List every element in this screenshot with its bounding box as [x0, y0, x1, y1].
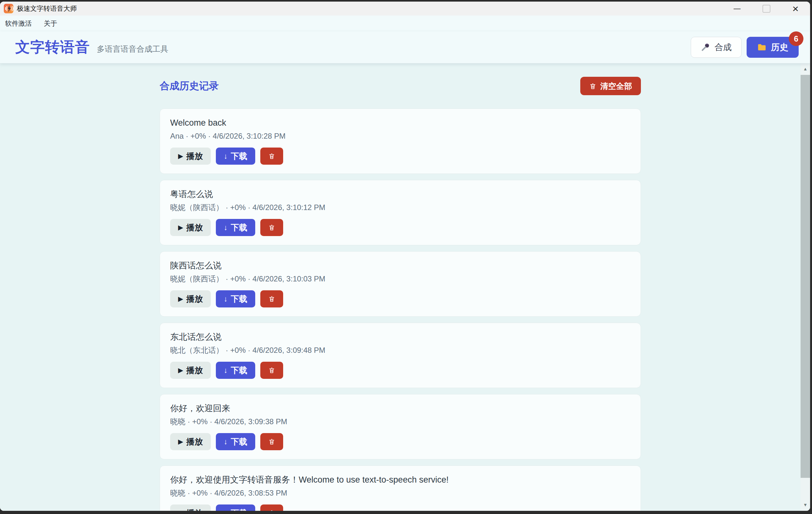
- vertical-scrollbar[interactable]: ▲ ▼: [801, 63, 810, 511]
- download-icon: ↓: [224, 152, 228, 160]
- trash-icon: [268, 509, 275, 511]
- app-header: 文字转语音 多语言语音合成工具 合成 历史 6: [0, 31, 810, 63]
- scroll-up-arrow-icon[interactable]: ▲: [801, 63, 810, 74]
- delete-button[interactable]: [260, 362, 283, 379]
- play-button[interactable]: ▶播放: [170, 433, 211, 450]
- download-icon: ↓: [224, 295, 228, 303]
- clear-all-label: 清空全部: [600, 81, 632, 91]
- history-card: 你好，欢迎使用文字转语音服务！Welcome to use text-to-sp…: [160, 465, 641, 511]
- page-title: 合成历史记录: [160, 79, 219, 93]
- app-logo-icon: [4, 4, 13, 13]
- history-item-text: 陕西话怎么说: [170, 261, 631, 271]
- app-brand-subtitle: 多语言语音合成工具: [97, 40, 168, 54]
- window-controls: — ×: [723, 2, 810, 16]
- history-item-meta: 晓北（东北话） · +0% · 4/6/2026, 3:09:48 PM: [170, 346, 631, 355]
- history-card: 你好，欢迎回来 晓晓 · +0% · 4/6/2026, 3:09:38 PM …: [160, 394, 641, 459]
- delete-button[interactable]: [260, 148, 283, 165]
- download-button[interactable]: ↓下载: [216, 362, 255, 379]
- play-icon: ▶: [178, 366, 183, 374]
- history-item-text: 你好，欢迎使用文字转语音服务！Welcome to use text-to-sp…: [170, 475, 631, 485]
- download-button[interactable]: ↓下载: [216, 290, 255, 307]
- menu-item-about[interactable]: 关于: [44, 19, 57, 28]
- download-button[interactable]: ↓下载: [216, 505, 255, 511]
- history-item-actions: ▶播放 ↓下载: [170, 505, 631, 511]
- history-item-text: 粤语怎么说: [170, 189, 631, 199]
- scroll-down-arrow-icon[interactable]: ▼: [801, 500, 810, 510]
- synthesize-tab-button[interactable]: 合成: [691, 37, 742, 58]
- history-card: 陕西话怎么说 晓妮（陕西话） · +0% · 4/6/2026, 3:10:03…: [160, 251, 641, 316]
- download-button[interactable]: ↓下载: [216, 219, 255, 236]
- menubar: 软件激活 关于: [0, 16, 810, 31]
- header-actions: 合成 历史 6: [691, 37, 799, 58]
- download-button[interactable]: ↓下载: [216, 148, 255, 165]
- trash-icon: [589, 83, 597, 90]
- trash-icon: [268, 152, 275, 160]
- play-icon: ▶: [178, 509, 183, 511]
- play-icon: ▶: [178, 224, 183, 231]
- download-icon: ↓: [224, 366, 228, 375]
- history-item-text: Welcome back: [170, 118, 631, 128]
- history-item-actions: ▶播放 ↓下载: [170, 362, 631, 379]
- history-item-actions: ▶播放 ↓下载: [170, 433, 631, 450]
- history-card: Welcome back Ana · +0% · 4/6/2026, 3:10:…: [160, 109, 641, 174]
- delete-button[interactable]: [260, 433, 283, 450]
- play-button[interactable]: ▶播放: [170, 290, 211, 307]
- play-button[interactable]: ▶播放: [170, 505, 211, 511]
- menu-item-activate[interactable]: 软件激活: [5, 19, 32, 28]
- app-window: 极速文字转语音大师 — × 软件激活 关于 文字转语音 多语言语音合成工具 合成: [0, 2, 810, 511]
- history-item-actions: ▶播放 ↓下载: [170, 219, 631, 236]
- synthesize-tab-label: 合成: [715, 41, 732, 53]
- download-icon: ↓: [224, 223, 228, 232]
- play-button[interactable]: ▶播放: [170, 362, 211, 379]
- trash-icon: [268, 437, 275, 446]
- clear-all-button[interactable]: 清空全部: [580, 77, 641, 95]
- maximize-button[interactable]: [752, 2, 781, 16]
- history-panel: 合成历史记录 清空全部 Welcome back Ana · +0% · 4/6…: [0, 63, 810, 511]
- microphone-icon: [701, 42, 710, 52]
- history-item-meta: 晓晓 · +0% · 4/6/2026, 3:09:38 PM: [170, 417, 631, 426]
- download-icon: ↓: [224, 509, 228, 511]
- trash-icon: [268, 366, 275, 374]
- minimize-button[interactable]: —: [723, 2, 752, 16]
- history-item-actions: ▶播放 ↓下载: [170, 290, 631, 307]
- play-button[interactable]: ▶播放: [170, 219, 211, 236]
- play-icon: ▶: [178, 295, 183, 303]
- history-item-text: 东北话怎么说: [170, 332, 631, 342]
- delete-button[interactable]: [260, 505, 283, 511]
- scrollbar-thumb[interactable]: [801, 75, 810, 478]
- window-title: 极速文字转语音大师: [17, 4, 77, 13]
- folder-icon: [757, 42, 766, 52]
- download-button[interactable]: ↓下载: [216, 433, 255, 450]
- app-brand-title: 文字转语音: [15, 37, 90, 57]
- trash-icon: [268, 223, 275, 232]
- history-item-meta: 晓晓 · +0% · 4/6/2026, 3:08:53 PM: [170, 489, 631, 497]
- history-item-meta: 晓妮（陕西话） · +0% · 4/6/2026, 3:10:03 PM: [170, 274, 631, 283]
- history-count-badge: 6: [789, 31, 804, 46]
- close-button[interactable]: ×: [781, 2, 810, 16]
- history-tab-label: 历史: [771, 41, 788, 53]
- history-item-meta: Ana · +0% · 4/6/2026, 3:10:28 PM: [170, 132, 631, 141]
- history-card: 东北话怎么说 晓北（东北话） · +0% · 4/6/2026, 3:09:48…: [160, 323, 641, 388]
- delete-button[interactable]: [260, 290, 283, 307]
- play-button[interactable]: ▶播放: [170, 148, 211, 165]
- history-card: 粤语怎么说 晓妮（陕西话） · +0% · 4/6/2026, 3:10:12 …: [160, 180, 641, 245]
- play-icon: ▶: [178, 152, 183, 160]
- download-icon: ↓: [224, 437, 228, 446]
- history-item-meta: 晓妮（陕西话） · +0% · 4/6/2026, 3:10:12 PM: [170, 203, 631, 212]
- history-header-row: 合成历史记录 清空全部: [160, 77, 641, 95]
- maximize-icon: [762, 5, 771, 13]
- play-icon: ▶: [178, 438, 183, 446]
- history-item-text: 你好，欢迎回来: [170, 403, 631, 414]
- delete-button[interactable]: [260, 219, 283, 236]
- titlebar: 极速文字转语音大师 — ×: [0, 2, 810, 16]
- trash-icon: [268, 295, 275, 303]
- history-item-actions: ▶播放 ↓下载: [170, 148, 631, 165]
- history-tab-button[interactable]: 历史 6: [747, 37, 799, 58]
